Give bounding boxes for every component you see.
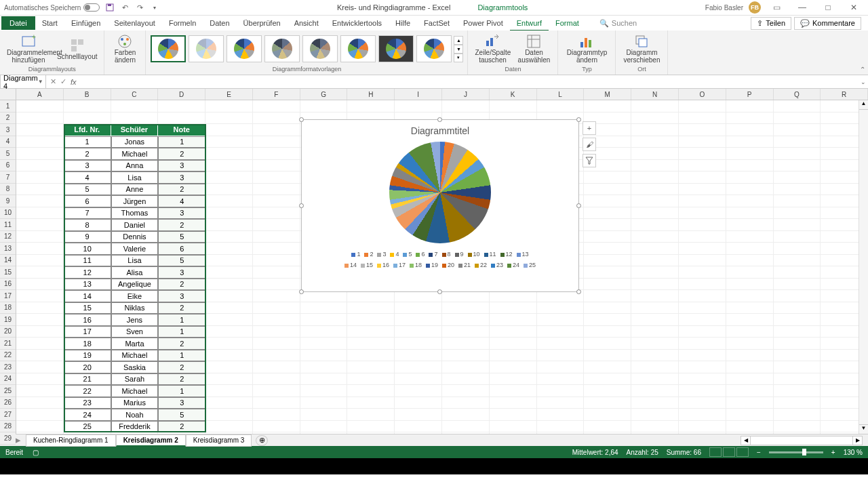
cell-M20[interactable] <box>584 326 631 338</box>
cell-G29[interactable] <box>300 432 348 434</box>
cell-Q25[interactable] <box>774 385 821 397</box>
cell-E3[interactable] <box>205 124 253 136</box>
add-chart-element-button[interactable]: + Diagrammelement hinzufügen <box>4 33 53 65</box>
cell-A18[interactable] <box>16 302 64 314</box>
cell-D5[interactable]: 2 <box>158 148 205 160</box>
cell-I23[interactable] <box>395 361 442 373</box>
cell-O13[interactable] <box>679 243 726 255</box>
cell-N18[interactable] <box>631 302 679 314</box>
cell-K26[interactable] <box>490 397 537 409</box>
cell-K20[interactable] <box>490 326 537 338</box>
row-header-13[interactable]: 13 <box>0 243 16 255</box>
cell-D24[interactable]: 2 <box>158 373 205 386</box>
view-page-layout-icon[interactable] <box>723 447 735 457</box>
cell-M10[interactable] <box>584 207 631 220</box>
cell-E17[interactable] <box>205 290 253 302</box>
cell-C7[interactable]: Lisa <box>111 171 159 184</box>
cell-P18[interactable] <box>726 302 774 314</box>
cell-K24[interactable] <box>490 373 537 386</box>
collapse-ribbon-icon[interactable]: ⌃ <box>860 66 865 73</box>
cell-C10[interactable]: Thomas <box>111 207 159 220</box>
row-header-17[interactable]: 17 <box>0 290 16 302</box>
col-header-L[interactable]: L <box>537 89 585 100</box>
row-header-6[interactable]: 6 <box>0 160 16 172</box>
cell-A22[interactable] <box>16 350 64 362</box>
cell-D29[interactable] <box>158 432 205 434</box>
cell-E11[interactable] <box>205 219 253 231</box>
cell-E23[interactable] <box>205 361 253 373</box>
cell-O5[interactable] <box>679 148 726 160</box>
cell-J27[interactable] <box>442 409 490 421</box>
cell-L27[interactable] <box>537 409 585 421</box>
select-all-corner[interactable] <box>0 89 16 100</box>
cell-M24[interactable] <box>584 373 631 386</box>
styles-scroll-down-icon[interactable]: ▼ <box>454 45 463 54</box>
cell-K19[interactable] <box>490 314 537 326</box>
cell-A16[interactable] <box>16 279 64 291</box>
cell-D13[interactable]: 6 <box>158 243 205 255</box>
cell-B15[interactable]: 12 <box>64 266 111 279</box>
cell-B18[interactable]: 15 <box>64 302 111 314</box>
cell-M16[interactable] <box>584 279 631 291</box>
cell-I22[interactable] <box>395 350 442 362</box>
chart-title[interactable]: Diagrammtitel <box>302 120 578 139</box>
cell-H22[interactable] <box>347 350 395 362</box>
cell-E29[interactable] <box>205 432 253 434</box>
col-header-H[interactable]: H <box>347 89 395 100</box>
cell-L25[interactable] <box>537 385 585 397</box>
cell-L28[interactable] <box>537 421 585 433</box>
move-chart-button[interactable]: Diagramm verschieben <box>620 33 663 65</box>
cell-D19[interactable]: 1 <box>158 314 205 326</box>
cell-P25[interactable] <box>726 385 774 397</box>
cell-L26[interactable] <box>537 397 585 409</box>
cell-J22[interactable] <box>442 350 490 362</box>
tab-factset[interactable]: FactSet <box>417 16 456 30</box>
cell-N22[interactable] <box>631 350 679 362</box>
cell-O2[interactable] <box>679 113 726 125</box>
cell-F22[interactable] <box>253 350 300 362</box>
col-header-G[interactable]: G <box>300 89 348 100</box>
cell-J23[interactable] <box>442 361 490 373</box>
tab-einfügen[interactable]: Einfügen <box>64 16 107 30</box>
cell-C6[interactable]: Anna <box>111 160 159 172</box>
cell-Q21[interactable] <box>774 338 821 350</box>
cell-M25[interactable] <box>584 385 631 397</box>
cell-A27[interactable] <box>16 409 64 421</box>
cell-K27[interactable] <box>490 409 537 421</box>
row-header-5[interactable]: 5 <box>0 148 16 160</box>
cell-F7[interactable] <box>253 171 300 184</box>
cell-B3[interactable]: Lfd. Nr. <box>64 124 111 136</box>
pie-chart[interactable] <box>389 142 491 243</box>
tab-hilfe[interactable]: Hilfe <box>389 16 417 30</box>
cell-E12[interactable] <box>205 231 253 243</box>
cell-Q19[interactable] <box>774 314 821 326</box>
cell-N25[interactable] <box>631 385 679 397</box>
cell-F24[interactable] <box>253 373 300 386</box>
cell-O14[interactable] <box>679 255 726 267</box>
cell-E10[interactable] <box>205 207 253 220</box>
chart-style-8[interactable] <box>416 35 452 62</box>
cell-I18[interactable] <box>395 302 442 314</box>
cell-F16[interactable] <box>253 279 300 291</box>
tab-start[interactable]: Start <box>35 16 64 30</box>
cell-P5[interactable] <box>726 148 774 160</box>
chart-filters-button[interactable] <box>583 154 596 167</box>
cell-A29[interactable] <box>16 432 64 434</box>
cell-C11[interactable]: Daniel <box>111 219 159 231</box>
cell-M28[interactable] <box>584 421 631 433</box>
cell-H19[interactable] <box>347 314 395 326</box>
cell-A11[interactable] <box>16 219 64 231</box>
cell-E15[interactable] <box>205 266 253 279</box>
cell-N1[interactable] <box>631 100 679 113</box>
cell-I25[interactable] <box>395 385 442 397</box>
cell-E8[interactable] <box>205 184 253 196</box>
cell-P20[interactable] <box>726 326 774 338</box>
row-header-8[interactable]: 8 <box>0 184 16 196</box>
cell-N26[interactable] <box>631 397 679 409</box>
cell-J25[interactable] <box>442 385 490 397</box>
col-header-D[interactable]: D <box>158 89 205 100</box>
col-header-E[interactable]: E <box>205 89 253 100</box>
cell-P26[interactable] <box>726 397 774 409</box>
cell-A12[interactable] <box>16 231 64 243</box>
cell-C15[interactable]: Alisa <box>111 266 159 279</box>
